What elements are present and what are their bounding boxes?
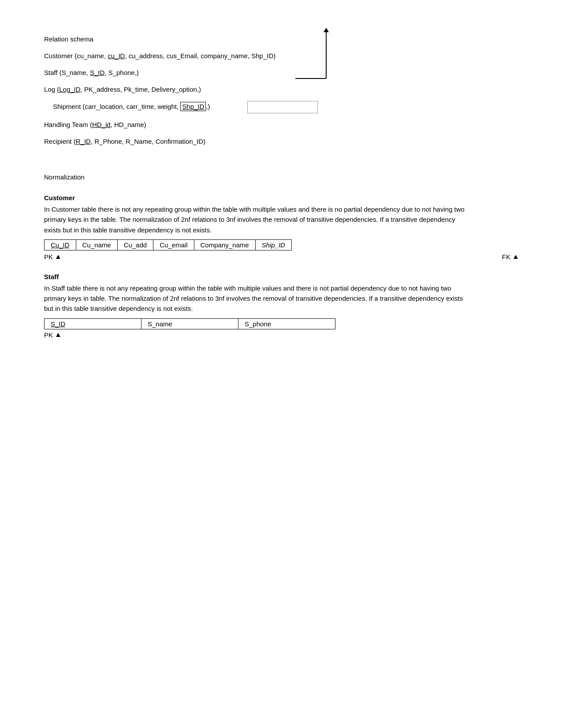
schema-arrow-container: [282, 26, 370, 86]
staff-col-s-id: S_ID: [45, 318, 141, 329]
customer-col-company-name: Company_name: [194, 239, 255, 250]
customer-table-row: Cu_ID Cu_name Cu_add Cu_email Company_na…: [45, 239, 292, 250]
staff-pk-arrow-icon: [56, 333, 60, 337]
log-pk: Log_ID: [59, 86, 80, 93]
customer-col-cu-email: Cu_email: [153, 239, 194, 250]
staff-norm-title: Staff: [44, 273, 518, 280]
pk-arrow-icon: [56, 255, 60, 259]
staff-table: S_ID S_name S_phone: [44, 318, 335, 329]
schema-arrow-svg: [282, 26, 370, 83]
customer-table: Cu_ID Cu_name Cu_add Cu_email Company_na…: [44, 239, 292, 250]
staff-text-pre: Staff (S_name,: [44, 69, 90, 76]
staff-col-s-name: S_name: [141, 318, 238, 329]
handling-team-schema-line: Handling Team (HD_id, HD_name): [44, 119, 518, 130]
staff-text-post: , S_phone,): [104, 69, 139, 76]
staff-pk-row: PK: [44, 331, 518, 339]
customer-fk-label: FK: [502, 253, 518, 261]
customer-norm-title: Customer: [44, 194, 518, 202]
customer-pk-fk-row: PK FK: [44, 253, 518, 261]
customer-pk-label: PK: [44, 253, 518, 261]
shipment-pk: Shp_ID: [180, 102, 206, 111]
customer-schema-line: Customer (cu_name, cu_ID, cu_address, cu…: [44, 51, 518, 61]
recipient-schema-line: Recipient (R_ID, R_Phone, R_Name, Confir…: [44, 136, 518, 147]
relation-schema-title: Relation schema: [44, 35, 518, 43]
customer-col-cu-id: Cu_ID: [45, 239, 76, 250]
staff-pk: S_ID: [90, 69, 104, 76]
customer-col-ship-id: Ship_ID: [255, 239, 291, 250]
customer-norm-section: Customer In Customer table there is not …: [44, 194, 518, 261]
handling-pk: HD_id: [92, 121, 111, 128]
recipient-text-pre: Recipient (: [44, 138, 76, 145]
svg-marker-1: [324, 28, 329, 32]
staff-table-row: S_ID S_name S_phone: [45, 318, 335, 329]
recipient-pk: R_ID: [76, 138, 91, 145]
shipment-text-post: ,): [206, 103, 210, 110]
staff-norm-section: Staff In Staff table there is not any re…: [44, 273, 518, 339]
normalization-section: Normalization Customer In Customer table…: [44, 173, 518, 339]
fk-arrow-icon: [514, 255, 518, 259]
relation-schema-section: Relation schema Customer (cu_name, cu_ID…: [44, 35, 518, 147]
customer-col-cu-name: Cu_name: [76, 239, 117, 250]
customer-text-pre: Customer (cu_name,: [44, 52, 108, 60]
customer-pk: cu_ID: [108, 52, 125, 60]
customer-norm-desc: In Customer table there is not any repea…: [44, 204, 467, 235]
shipment-text-pre: Shipment (carr_location, carr_time, weig…: [53, 103, 180, 110]
log-text-pre: Log (: [44, 86, 59, 93]
staff-norm-desc: In Staff table there is not any repeatin…: [44, 283, 467, 314]
staff-pk-label: PK: [44, 331, 53, 339]
staff-schema-line: Staff (S_name, S_ID, S_phone,): [44, 67, 518, 78]
customer-col-cu-add: Cu_add: [117, 239, 153, 250]
staff-col-s-phone: S_phone: [238, 318, 335, 329]
normalization-title: Normalization: [44, 173, 518, 181]
log-text-post: , PK_address, Pk_time, Delivery_option,): [81, 86, 201, 93]
handling-text-pre: Handling Team (: [44, 121, 92, 128]
shipment-box: [247, 101, 318, 113]
shipment-schema-line: Shipment (carr_location, carr_time, weig…: [53, 101, 518, 113]
log-schema-line: Log (Log_ID, PK_address, Pk_time, Delive…: [44, 84, 518, 95]
handling-text-post: , HD_name): [111, 121, 146, 128]
customer-text-post: , cu_address, cus_Email, company_name, S…: [125, 52, 275, 60]
recipient-text-post: , R_Phone, R_Name, Confirmation_ID): [91, 138, 205, 145]
